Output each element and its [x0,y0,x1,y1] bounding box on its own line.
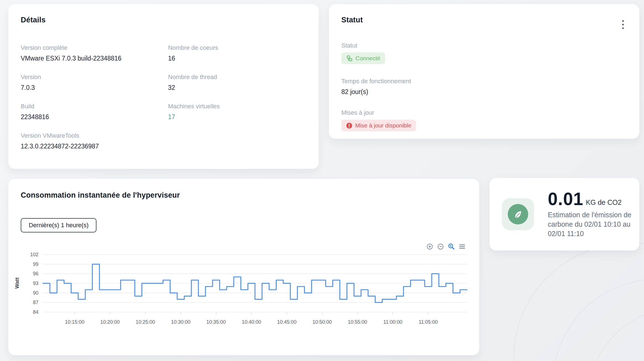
status-card-menu-button[interactable] [618,19,628,31]
chart-toolbar [426,243,466,250]
leaf-icon [508,204,528,224]
svg-text:93: 93 [33,281,38,286]
field-label: Version VMwareTools [21,132,153,139]
status-label: Statut [341,42,627,49]
svg-text:11:00:00: 11:00:00 [383,319,402,325]
field-version: Version 7.0.3 [21,74,153,91]
field-label: Machines virtuelles [168,103,301,110]
svg-text:10:15:00: 10:15:00 [65,319,84,325]
updates-label: Mises à jour [341,109,627,116]
power-chart-card: Consommation instantanée de l'hyperviseu… [8,179,479,355]
dashboard-page: { "details_card": { "title": "Détails", … [0,0,644,361]
details-card: Détails Version complète VMware ESXi 7.0… [8,4,319,169]
uptime-value: 82 jour(s) [341,88,627,96]
zoom-in-icon[interactable] [426,243,433,250]
co2-description: Estimation de l'émission de carbone du 0… [548,210,639,238]
virtual-machines-link[interactable]: 17 [168,113,301,121]
field-version-complete: Version complète VMware ESXi 7.0.3 build… [21,44,153,62]
field-label: Build [21,103,153,110]
status-connected-badge: Connecté [341,53,385,64]
field-value: 22348816 [21,113,153,121]
field-value: VMware ESXi 7.0.3 build-22348816 [21,55,153,62]
field-label: Nombre de thread [168,74,301,81]
svg-text:10:20:00: 10:20:00 [100,319,120,325]
svg-text:90: 90 [33,290,38,296]
status-card: Statut Statut Connecté Temps de fonction… [329,4,639,139]
zoom-out-icon[interactable] [437,243,444,250]
chart-title: Consommation instantanée de l'hyperviseu… [21,191,180,200]
chart-menu-icon[interactable] [459,243,466,250]
power-step-chart: 84879093969910210:15:0010:20:0010:25:001… [17,242,475,334]
field-label: Nombre de coeurs [168,44,301,51]
selection-zoom-icon[interactable] [448,243,455,250]
update-available-badge: Mise à jour disponible [341,120,416,131]
status-connected-label: Connecté [355,55,380,62]
alert-circle-icon [346,122,352,129]
update-available-label: Mise à jour disponible [355,122,411,129]
svg-text:87: 87 [33,300,38,305]
svg-text:10:55:00: 10:55:00 [348,319,367,325]
field-value: 12.3.0.22234872-22236987 [21,143,153,150]
svg-text:11:05:00: 11:05:00 [419,319,438,325]
svg-text:10:35:00: 10:35:00 [206,319,226,325]
co2-card: 0.01 KG de CO2 Estimation de l'émission … [489,178,639,250]
field-threads: Nombre de thread 32 [168,74,301,91]
network-connected-icon [346,55,353,62]
svg-text:10:50:00: 10:50:00 [313,319,332,325]
field-label: Version [21,74,153,81]
field-virtual-machines: Machines virtuelles 17 [168,103,301,121]
field-vmwaretools: Version VMwareTools 12.3.0.22234872-2223… [21,132,153,150]
time-range-button[interactable]: Dernière(s) 1 heure(s) [21,218,96,232]
field-cores: Nombre de coeurs 16 [168,44,301,62]
co2-unit: KG de CO2 [586,198,622,208]
svg-text:96: 96 [33,271,38,276]
svg-text:84: 84 [33,309,38,315]
field-value: 16 [168,55,301,62]
co2-value: 0.01 [548,190,583,208]
field-label: Version complète [21,44,153,51]
svg-text:102: 102 [30,252,38,257]
svg-text:10:45:00: 10:45:00 [277,319,297,325]
svg-text:99: 99 [33,261,38,267]
field-build: Build 22348816 [21,103,153,121]
svg-text:10:30:00: 10:30:00 [171,319,190,325]
status-card-title: Statut [341,16,627,24]
details-card-title: Détails [21,16,306,24]
field-value: 32 [168,84,301,91]
svg-text:10:40:00: 10:40:00 [242,319,261,325]
field-value: 7.0.3 [21,84,153,91]
svg-text:10:25:00: 10:25:00 [136,319,155,325]
leaf-icon-tile [502,198,534,230]
uptime-label: Temps de fonctionnement [341,78,627,85]
